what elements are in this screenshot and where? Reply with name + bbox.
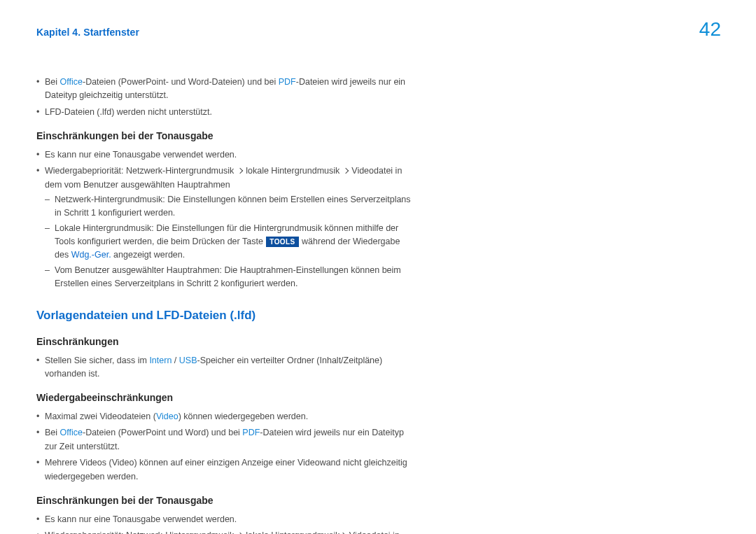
text-segment: Stellen Sie sicher, dass im — [45, 356, 149, 365]
sound-list: Es kann nur eine Tonausgabe verwendet we… — [36, 148, 414, 291]
list-item: Bei Office-Dateien (PowerPoint und Word)… — [36, 426, 414, 454]
inline-link-pdf[interactable]: PDF — [242, 428, 260, 437]
text-segment: angezeigt werden. — [111, 250, 186, 260]
intro-list: Bei Office-Dateien (PowerPoint- und Word… — [36, 76, 414, 119]
inline-link-office[interactable]: Office — [60, 428, 83, 437]
text-segment: lokale Hintergrundmusik — [246, 166, 340, 176]
list-item: Stellen Sie sicher, dass im Intern / USB… — [36, 354, 414, 381]
heading-restrictions: Einschränkungen — [36, 335, 414, 350]
text-segment: Wiedergabepriorität: Netzwerk-Hintergrun… — [45, 166, 234, 176]
playback-list: Maximal zwei Videodateien (Video) können… — [36, 410, 414, 484]
text-segment: Wiedergabepriorität: Netzwerk-Hintergrun… — [45, 531, 234, 534]
list-item: Maximal zwei Videodateien (Video) können… — [36, 410, 414, 423]
content-column: Bei Office-Dateien (PowerPoint- und Word… — [36, 39, 414, 534]
text-segment: Bei — [45, 77, 60, 87]
heading-sound-restrictions: Einschränkungen bei der Tonausgabe — [36, 129, 414, 144]
heading-lfd-templates: Vorlagendateien und LFD-Dateien (.lfd) — [36, 307, 414, 325]
inline-link-wdg-ger[interactable]: Wdg.-Ger. — [71, 250, 111, 260]
inline-link-office[interactable]: Office — [60, 77, 83, 87]
inline-link-pdf[interactable]: PDF — [279, 77, 296, 87]
text-segment: / — [172, 356, 178, 365]
page-number: 42 — [699, 20, 722, 39]
inline-link-usb[interactable]: USB — [179, 356, 197, 365]
list-item: Bei Office-Dateien (PowerPoint- und Word… — [36, 76, 414, 103]
list-item: Mehrere Videos (Video) können auf einer … — [36, 456, 414, 484]
restrictions-list: Stellen Sie sicher, dass im Intern / USB… — [36, 354, 414, 381]
heading-sound-restrictions-2: Einschränkungen bei der Tonausgabe — [36, 493, 414, 509]
page-header: Kapitel 4. Startfenster 42 — [0, 0, 756, 39]
list-item: Wiedergabepriorität: Netzwerk-Hintergrun… — [36, 529, 414, 534]
breadcrumb[interactable]: Kapitel 4. Startfenster — [36, 20, 139, 38]
list-item: Wiedergabepriorität: Netzwerk-Hintergrun… — [36, 164, 414, 290]
text-segment: Bei — [45, 428, 60, 437]
inline-link-video[interactable]: Video — [156, 412, 178, 421]
list-item: Netzwerk-Hintergrundmusik: Die Einstellu… — [45, 193, 414, 220]
tools-button-chip: TOOLS — [266, 237, 298, 247]
sound-list-2: Es kann nur eine Tonausgabe verwendet we… — [36, 513, 414, 534]
text-segment: -Dateien (PowerPoint- und Word-Dateien) … — [83, 77, 279, 87]
list-item: Lokale Hintergrundmusik: Die Einstellung… — [45, 222, 414, 262]
list-item: Es kann nur eine Tonausgabe verwendet we… — [36, 148, 414, 162]
inline-link-intern[interactable]: Intern — [149, 356, 172, 365]
text-segment: ) können wiedergegeben werden. — [178, 412, 309, 421]
text-segment: lokale Hintergrundmusik — [246, 531, 340, 534]
list-item: Vom Benutzer ausgewählter Hauptrahmen: D… — [45, 264, 414, 291]
arrow-icon — [237, 168, 242, 174]
arrow-icon — [343, 168, 349, 174]
text-segment: Maximal zwei Videodateien ( — [45, 412, 156, 421]
heading-playback-restrictions: Wiedergabeeinschränkungen — [36, 391, 414, 406]
sub-list: Netzwerk-Hintergrundmusik: Die Einstellu… — [45, 193, 414, 291]
list-item: LFD-Dateien (.lfd) werden nicht unterstü… — [36, 106, 414, 119]
text-segment: -Dateien (PowerPoint und Word) und bei — [83, 428, 242, 437]
list-item: Es kann nur eine Tonausgabe verwendet we… — [36, 513, 414, 526]
